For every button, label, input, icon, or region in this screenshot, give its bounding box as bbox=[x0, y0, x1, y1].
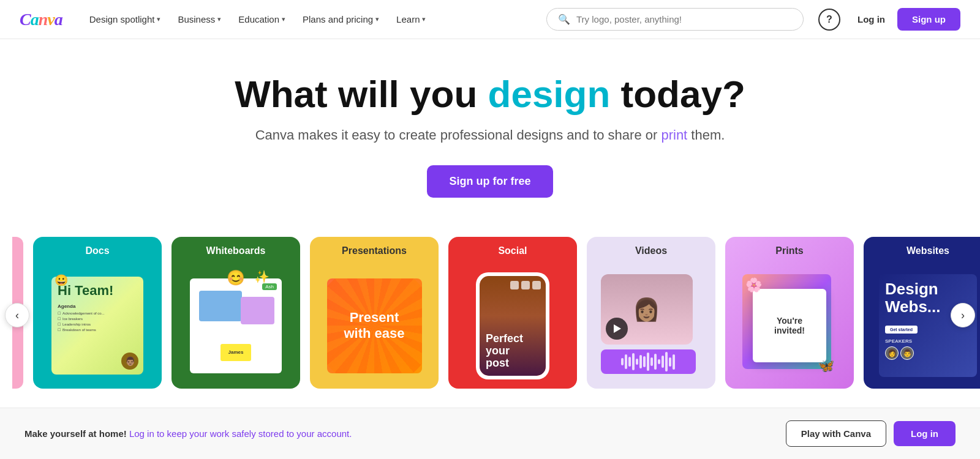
phone-icon-2 bbox=[521, 281, 530, 289]
chevron-down-icon: ▾ bbox=[375, 15, 379, 23]
pres-inner: Presentwith ease bbox=[327, 278, 422, 373]
wave-bar bbox=[647, 353, 649, 371]
wave-bar bbox=[621, 358, 624, 365]
chevron-down-icon: ▾ bbox=[157, 15, 160, 23]
print-deco-1: 🌸 bbox=[745, 277, 762, 293]
nav-links: Design spotlight ▾ Business ▾ Education … bbox=[82, 9, 537, 29]
wb-sticky-james: James bbox=[221, 344, 251, 361]
website-cta-btn: Get started bbox=[885, 326, 918, 334]
card-docs-body: 😀 Hi Team! Agenda Acknowledgement of co.… bbox=[33, 263, 162, 389]
phone-icons bbox=[510, 281, 541, 289]
agenda-item-4: Breakdown of teams bbox=[58, 327, 137, 332]
hero-section: What will you design today? Canva makes … bbox=[0, 39, 980, 222]
wb-rect1 bbox=[199, 291, 242, 321]
phone-icon-1 bbox=[510, 281, 519, 289]
search-bar: 🔍 bbox=[546, 8, 804, 31]
play-triangle-icon bbox=[614, 324, 621, 333]
play-button[interactable] bbox=[606, 318, 628, 340]
card-whiteboards-body: 😊 ✨ James Ash bbox=[172, 263, 300, 389]
prints-inner: You'reinvited! 🌸 🦋 bbox=[742, 274, 837, 377]
phone-post-text: Perfectyourpost bbox=[486, 333, 523, 369]
emoji-smiley: 😊 bbox=[227, 269, 245, 286]
logo[interactable]: Canva bbox=[20, 10, 62, 29]
search-input[interactable] bbox=[576, 14, 792, 24]
website-speakers-label: SPEAKERS bbox=[885, 338, 971, 344]
phone-icon-3 bbox=[532, 281, 541, 289]
print-card: You'reinvited! bbox=[753, 289, 826, 362]
nav-education[interactable]: Education ▾ bbox=[231, 9, 293, 29]
card-prints-body: You'reinvited! 🌸 🦋 bbox=[725, 263, 854, 389]
wb-rect2 bbox=[241, 297, 274, 324]
video-inner: 👩🏽 bbox=[601, 274, 702, 377]
logo-text: Canva bbox=[20, 10, 62, 29]
hero-subtitle: Canva makes it easy to create profession… bbox=[20, 127, 960, 143]
hero-title: What will you design today? bbox=[20, 73, 960, 115]
agenda-item-3: Leadership intros bbox=[58, 322, 137, 326]
wave-bar bbox=[662, 356, 664, 368]
card-videos-body: 👩🏽 bbox=[587, 263, 715, 389]
emoji-sticker-1: 😀 bbox=[55, 274, 68, 287]
card-social[interactable]: Social Perfectyourpost bbox=[448, 237, 577, 389]
card-docs[interactable]: Docs 😀 Hi Team! Agenda Acknowledgement o… bbox=[33, 237, 162, 389]
speaker-avatar-2: 👨 bbox=[900, 346, 914, 360]
wave-bar bbox=[673, 354, 675, 370]
card-prints-title: Prints bbox=[725, 237, 854, 263]
wave-bar bbox=[636, 359, 638, 365]
wave-bar bbox=[658, 359, 660, 364]
card-presentations-body: Presentwith ease bbox=[310, 263, 439, 389]
help-button[interactable]: ? bbox=[818, 9, 840, 31]
agenda-item-1: Acknowledgement of co... bbox=[58, 311, 137, 315]
wave-bar bbox=[665, 352, 668, 371]
nav-design-spotlight[interactable]: Design spotlight ▾ bbox=[82, 9, 168, 29]
wave-bar bbox=[632, 353, 635, 370]
nav-plans-pricing[interactable]: Plans and pricing ▾ bbox=[295, 9, 386, 29]
phone-screen: Perfectyourpost bbox=[480, 276, 546, 376]
pres-text: Presentwith ease bbox=[344, 310, 404, 342]
docs-inner: 😀 Hi Team! Agenda Acknowledgement of co.… bbox=[51, 277, 143, 375]
card-presentations-title: Presentations bbox=[310, 237, 439, 263]
card-websites-title: Websites bbox=[864, 237, 980, 263]
video-thumb: 👩🏽 bbox=[601, 274, 693, 345]
carousel-track: Docs 😀 Hi Team! Agenda Acknowledgement o… bbox=[0, 237, 980, 389]
print-card-text: You'reinvited! bbox=[774, 316, 805, 335]
wave-bar bbox=[639, 355, 642, 368]
wave-bar bbox=[643, 356, 646, 367]
hi-team-text: Hi Team! bbox=[58, 283, 137, 299]
agenda-title: Agenda bbox=[58, 304, 137, 309]
login-button[interactable]: Log in bbox=[845, 9, 897, 29]
wb-name-ash: Ash bbox=[262, 283, 277, 290]
wave-bar bbox=[650, 357, 653, 366]
card-docs-title: Docs bbox=[33, 237, 162, 263]
signup-free-button[interactable]: Sign up for free bbox=[427, 165, 552, 198]
social-phone: Perfectyourpost bbox=[476, 272, 549, 379]
card-videos-title: Videos bbox=[587, 237, 715, 263]
emoji-star: ✨ bbox=[254, 269, 270, 284]
signup-button[interactable]: Sign up bbox=[897, 8, 960, 31]
card-prints[interactable]: Prints You'reinvited! 🌸 🦋 bbox=[725, 237, 854, 389]
speaker-avatar-1: 👩 bbox=[885, 346, 899, 360]
chevron-down-icon: ▾ bbox=[217, 15, 221, 23]
carousel-section: ‹ Docs 😀 Hi Team! Agenda Acknowledgement… bbox=[0, 222, 980, 408]
wave-bar bbox=[654, 354, 657, 370]
card-presentations[interactable]: Presentations Presentwith ease bbox=[310, 237, 439, 389]
wave-bar bbox=[625, 354, 627, 369]
nav-business[interactable]: Business ▾ bbox=[170, 9, 228, 29]
avatar: 👨🏽 bbox=[121, 353, 138, 370]
nav-learn[interactable]: Learn ▾ bbox=[389, 9, 433, 29]
whiteboard-inner: 😊 ✨ James Ash bbox=[190, 278, 282, 373]
carousel-prev-button[interactable]: ‹ bbox=[5, 303, 29, 327]
card-videos[interactable]: Videos 👩🏽 bbox=[587, 237, 715, 389]
carousel-next-button[interactable]: › bbox=[951, 303, 975, 327]
audio-wave bbox=[601, 349, 696, 374]
print-deco-2: 🦋 bbox=[818, 358, 834, 374]
navbar: Canva Design spotlight ▾ Business ▾ Educ… bbox=[0, 0, 980, 39]
card-whiteboards[interactable]: Whiteboards 😊 ✨ James Ash bbox=[172, 237, 300, 389]
speaker-avatars: 👩 👨 bbox=[885, 346, 971, 360]
card-social-title: Social bbox=[448, 237, 577, 263]
chevron-down-icon: ▾ bbox=[422, 15, 426, 23]
footer-banner: Make yourself at home! Log in to keep yo… bbox=[0, 408, 980, 408]
card-social-body: Perfectyourpost bbox=[448, 263, 577, 389]
agenda-item-2: Ice breakers bbox=[58, 316, 137, 321]
search-icon: 🔍 bbox=[558, 13, 570, 25]
card-whiteboards-title: Whiteboards bbox=[172, 237, 300, 263]
